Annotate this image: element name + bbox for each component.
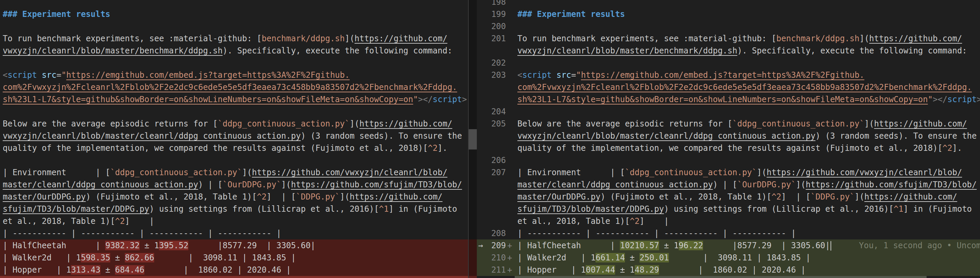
line-gutter[interactable]: 204 bbox=[477, 105, 517, 118]
original-scrollbar-thumb[interactable] bbox=[469, 129, 477, 149]
line-number[interactable]: 205 bbox=[490, 118, 506, 130]
code-line[interactable]: master/OurDDPG.py) (Fujimoto et al., 201… bbox=[0, 191, 477, 203]
code-line[interactable]: com%2Fvwxyzjn%2Fcleanrl%2Fblob%2F2e2dc9c… bbox=[477, 81, 980, 93]
line-gutter[interactable] bbox=[477, 179, 517, 191]
token-txt: ]. bbox=[952, 143, 962, 153]
line-number[interactable]: 210 bbox=[490, 252, 506, 264]
line-number[interactable] bbox=[490, 179, 506, 191]
code-line[interactable]: vwxyzjn/cleanrl/blob/master/benchmark/dd… bbox=[477, 44, 980, 57]
code-line[interactable]: vwxyzjn/cleanrl/blob/master/cleanrl/ddpg… bbox=[477, 130, 980, 142]
line-gutter[interactable]: 205 bbox=[477, 118, 517, 130]
code-line[interactable] bbox=[0, 20, 477, 32]
token-txt: ] in (Fujimoto bbox=[389, 204, 457, 214]
line-number[interactable] bbox=[490, 81, 506, 93]
line-number[interactable]: 198 bbox=[490, 0, 506, 8]
code-line[interactable]: 198 bbox=[477, 0, 980, 8]
code-line[interactable]: 202 bbox=[477, 57, 980, 69]
line-number[interactable] bbox=[490, 142, 506, 154]
code-line[interactable]: 205Below are the average episodic return… bbox=[477, 118, 980, 130]
line-gutter[interactable]: 199 bbox=[477, 8, 517, 20]
line-gutter[interactable] bbox=[477, 130, 517, 142]
line-number[interactable] bbox=[490, 191, 506, 203]
code-line[interactable]: et al., 2018, Table 1)[^2] | bbox=[0, 215, 477, 227]
original-editor-pane[interactable]: ### Experiment resultsTo run benchmark e… bbox=[0, 0, 477, 278]
code-line[interactable]: 200 bbox=[477, 20, 980, 32]
modified-editor-pane[interactable]: 198199### Experiment results200201To run… bbox=[477, 0, 980, 278]
line-number[interactable] bbox=[490, 44, 506, 57]
code-line[interactable]: master/OurDDPG.py) (Fujimoto et al., 201… bbox=[477, 191, 980, 203]
line-gutter[interactable] bbox=[477, 81, 517, 93]
line-gutter[interactable]: 210+ bbox=[477, 252, 517, 264]
code-line[interactable]: quality of the implementation, we compar… bbox=[477, 142, 980, 154]
line-number[interactable]: 199 bbox=[490, 8, 506, 20]
code-line[interactable]: vwxyzjn/cleanrl/blob/master/benchmark/dd… bbox=[0, 44, 477, 57]
line-number[interactable]: 209 bbox=[490, 240, 506, 252]
line-number[interactable]: 207 bbox=[490, 167, 506, 179]
code-line[interactable]: | ----------- | ----------- | ----------… bbox=[0, 227, 477, 240]
code-line[interactable]: 208| ----------- | ----------- | -------… bbox=[477, 227, 980, 240]
code-line[interactable]: com%2Fvwxyzjn%2Fcleanrl%2Fblob%2F2e2dc9c… bbox=[0, 81, 477, 93]
line-number[interactable]: 203 bbox=[490, 69, 506, 81]
line-number[interactable]: 204 bbox=[490, 105, 506, 118]
code-line[interactable] bbox=[0, 57, 477, 69]
line-gutter[interactable] bbox=[477, 203, 517, 215]
line-gutter[interactable] bbox=[477, 191, 517, 203]
code-line[interactable]: master/cleanrl/ddpg_continuous_action.py… bbox=[0, 179, 477, 191]
deleted-code-line[interactable]: | HalfCheetah | 9382.32 ± 1395.52 |8577.… bbox=[0, 240, 477, 252]
inserted-code-line[interactable]: 211+| Hopper | 1007.44 ± 148.29 | 1860.0… bbox=[477, 264, 980, 276]
line-gutter[interactable] bbox=[477, 93, 517, 105]
code-line[interactable] bbox=[0, 0, 477, 8]
code-line[interactable]: 206 bbox=[477, 154, 980, 167]
code-line[interactable]: <script src="https://emgithub.com/embed.… bbox=[0, 69, 477, 81]
inserted-code-line[interactable]: →209+| HalfCheetah | 10210.57 ± 196.22 |… bbox=[477, 240, 980, 252]
line-gutter[interactable]: 207 bbox=[477, 167, 517, 179]
code-line[interactable]: quality of the implementation, we compar… bbox=[0, 142, 477, 154]
line-gutter[interactable] bbox=[477, 215, 517, 227]
code-line[interactable]: sh%23L1-L7&style=github&showBorder=on&sh… bbox=[477, 93, 980, 105]
line-gutter[interactable]: 200 bbox=[477, 20, 517, 32]
code-line[interactable]: 199### Experiment results bbox=[477, 8, 980, 20]
line-gutter[interactable] bbox=[477, 44, 517, 57]
code-line[interactable]: ### Experiment results bbox=[0, 8, 477, 20]
line-gutter[interactable]: 201 bbox=[477, 32, 517, 44]
code-line[interactable]: et al., 2018, Table 1)[^2] | bbox=[477, 215, 980, 227]
deleted-code-line[interactable]: | Hopper | 1313.43 ± 684.46 | 1860.02 | … bbox=[0, 264, 477, 276]
line-number[interactable] bbox=[490, 215, 506, 227]
code-line[interactable]: 201To run benchmark experiments, see :ma… bbox=[477, 32, 980, 44]
line-number[interactable] bbox=[490, 93, 506, 105]
code-line[interactable]: master/cleanrl/ddpg_continuous_action.py… bbox=[477, 179, 980, 191]
code-line[interactable]: sh%23L1-L7&style=github&showBorder=on&sh… bbox=[0, 93, 477, 105]
line-number[interactable]: 206 bbox=[490, 154, 506, 167]
blame-annotation[interactable]: You, 1 second ago • Uncomm bbox=[859, 240, 980, 252]
line-gutter[interactable]: 206 bbox=[477, 154, 517, 167]
code-line[interactable]: Below are the average episodic returns f… bbox=[0, 118, 477, 130]
line-gutter[interactable]: 202 bbox=[477, 57, 517, 69]
code-line[interactable] bbox=[0, 105, 477, 118]
line-number[interactable]: 200 bbox=[490, 20, 506, 32]
line-number[interactable] bbox=[490, 203, 506, 215]
code-line[interactable]: 203<script src="https://emgithub.com/emb… bbox=[477, 69, 980, 81]
line-gutter[interactable]: 198 bbox=[477, 0, 517, 8]
inserted-code-line[interactable]: 210+| Walker2d | 1661.14 ± 250.01 | 3098… bbox=[477, 252, 980, 264]
line-gutter[interactable]: 208 bbox=[477, 227, 517, 240]
deleted-code-line[interactable]: | Walker2d | 1598.35 ± 862.66 | 3098.11 … bbox=[0, 252, 477, 264]
code-line[interactable]: 207| Environment | [`ddpg_continuous_act… bbox=[477, 167, 980, 179]
line-number[interactable]: 211 bbox=[490, 264, 506, 276]
line-gutter[interactable]: →209+ bbox=[477, 240, 517, 252]
line-number[interactable]: 202 bbox=[490, 57, 506, 69]
code-line[interactable]: sfujim/TD3/blob/master/DDPG.py) using se… bbox=[0, 203, 477, 215]
token-txt: | Walker2d | 1 bbox=[3, 253, 81, 262]
line-gutter[interactable]: 211+ bbox=[477, 264, 517, 276]
line-gutter[interactable]: 203 bbox=[477, 69, 517, 81]
token-str: ^2 bbox=[772, 192, 781, 202]
line-number[interactable] bbox=[490, 130, 506, 142]
line-number[interactable]: 201 bbox=[490, 32, 506, 44]
code-line[interactable]: | Environment | [`ddpg_continuous_action… bbox=[0, 167, 477, 179]
code-line[interactable]: To run benchmark experiments, see :mater… bbox=[0, 32, 477, 44]
code-line[interactable] bbox=[0, 154, 477, 167]
code-line[interactable]: 204 bbox=[477, 105, 980, 118]
code-line[interactable]: sfujim/TD3/blob/master/DDPG.py) using se… bbox=[477, 203, 980, 215]
line-number[interactable]: 208 bbox=[490, 227, 506, 240]
code-line[interactable]: vwxyzjn/cleanrl/blob/master/cleanrl/ddpg… bbox=[0, 130, 477, 142]
line-gutter[interactable] bbox=[477, 142, 517, 154]
